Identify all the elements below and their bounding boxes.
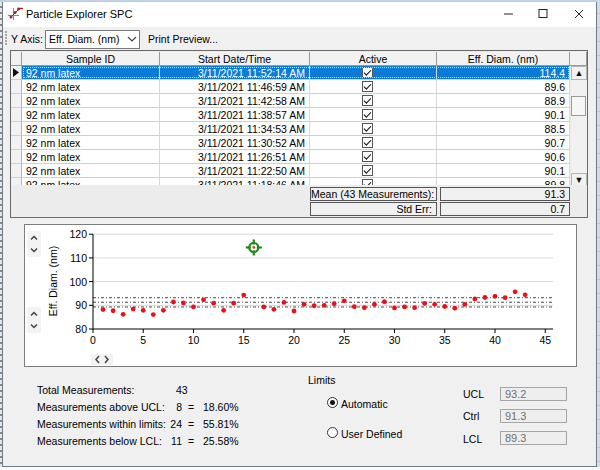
svg-text:20: 20 bbox=[288, 334, 300, 346]
svg-text:40: 40 bbox=[489, 334, 501, 346]
svg-text:10: 10 bbox=[188, 334, 200, 346]
svg-text:30: 30 bbox=[389, 334, 401, 346]
svg-text:120: 120 bbox=[69, 228, 87, 240]
svg-text:35: 35 bbox=[439, 334, 451, 346]
svg-text:15: 15 bbox=[238, 334, 250, 346]
svg-text:5: 5 bbox=[140, 334, 146, 346]
svg-text:45: 45 bbox=[539, 334, 551, 346]
svg-text:0: 0 bbox=[90, 334, 96, 346]
svg-text:100: 100 bbox=[69, 276, 87, 288]
svg-text:Eff. Diam. (nm): Eff. Diam. (nm) bbox=[47, 246, 59, 316]
svg-text:110: 110 bbox=[70, 252, 87, 264]
svg-text:80: 80 bbox=[75, 323, 87, 335]
svg-text:25: 25 bbox=[338, 334, 350, 346]
svg-text:90: 90 bbox=[75, 299, 87, 311]
